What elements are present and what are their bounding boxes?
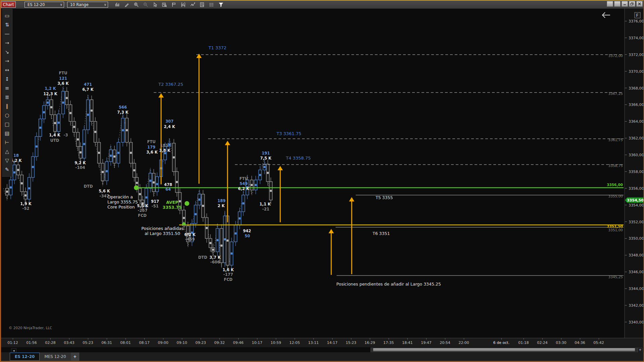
buy-arrow-6[interactable] bbox=[329, 229, 334, 275]
time-axis[interactable]: 01:1201:5602:2803:4305:2306:3108:0108:17… bbox=[0, 338, 644, 347]
chart-annotation: 3,6 K bbox=[57, 81, 69, 86]
time-label: 16:29 bbox=[364, 341, 375, 345]
time-tick bbox=[69, 338, 69, 340]
time-label: 10:59 bbox=[270, 341, 281, 345]
chart-annotation: T1 3372 bbox=[208, 45, 226, 50]
tool-rectangle-icon[interactable]: □ bbox=[3, 120, 11, 129]
time-label: 01:56 bbox=[26, 341, 37, 345]
tool-triangle-down-icon[interactable]: ▽ bbox=[3, 156, 11, 165]
chart-annotation: 12,3 K bbox=[43, 92, 57, 96]
time-tick bbox=[580, 338, 580, 340]
tool-trend-channel-icon[interactable]: ∥ bbox=[3, 102, 11, 111]
chart-style-icon[interactable] bbox=[113, 1, 121, 8]
buy-arrow-1[interactable] bbox=[196, 54, 202, 184]
price-tick: 3348,00 bbox=[629, 253, 644, 257]
time-tick bbox=[464, 338, 464, 340]
price-tick: 3346,00 bbox=[629, 270, 644, 274]
filter-icon[interactable] bbox=[217, 1, 225, 8]
chart-annotation: -104 bbox=[76, 165, 85, 170]
time-label: 10:17 bbox=[252, 341, 262, 345]
time-label: 14:17 bbox=[327, 341, 338, 345]
tab-es-12-20[interactable]: ES 12-20 bbox=[10, 353, 40, 361]
window-shade-button[interactable] bbox=[607, 1, 613, 7]
cursor-icon[interactable] bbox=[151, 1, 159, 8]
window-frame bbox=[0, 0, 644, 1]
chart-annotation: 1,1 K bbox=[259, 202, 271, 206]
tool-ellipse-icon[interactable]: ○ bbox=[3, 111, 11, 120]
price-tick: 3370,00 bbox=[629, 69, 644, 74]
tool-vertical-line-icon[interactable]: ↕ bbox=[3, 75, 11, 84]
horizontal-scrollbar[interactable] bbox=[370, 348, 638, 353]
chart-annotation: 7,3 K bbox=[117, 110, 129, 115]
price-tick: 3352,00 bbox=[629, 220, 644, 224]
time-label: 19:47 bbox=[421, 341, 432, 345]
dock-button[interactable] bbox=[614, 1, 621, 7]
axis-zoom-button[interactable]: + bbox=[638, 348, 643, 353]
price-tick: 3364,00 bbox=[629, 119, 644, 124]
zoom-in-icon[interactable] bbox=[132, 1, 140, 8]
chart-trader-icon[interactable] bbox=[179, 1, 187, 8]
tab-mes-12-20[interactable]: MES 12-20 bbox=[40, 353, 71, 361]
price-tick: 3350,00 bbox=[629, 236, 644, 241]
chart-annotation: Core Position bbox=[107, 204, 135, 209]
strategies-icon[interactable] bbox=[198, 1, 206, 8]
tool-triangle-up-icon[interactable]: △ bbox=[3, 147, 11, 156]
window-frame bbox=[0, 0, 1, 362]
go-to-last-bar-icon[interactable] bbox=[602, 12, 610, 18]
market-analyzer-icon[interactable] bbox=[189, 1, 197, 8]
drawing-tools-icon[interactable] bbox=[123, 1, 131, 8]
price-tick: 3362,00 bbox=[629, 136, 644, 140]
minimize-button[interactable] bbox=[622, 1, 628, 7]
tool-price-marker-icon[interactable]: ⊢ bbox=[3, 138, 11, 147]
time-tick bbox=[276, 338, 276, 340]
buy-arrow-4[interactable] bbox=[278, 166, 283, 222]
chart-window: 3376,003374,003372,003370,003368,003366,… bbox=[0, 0, 644, 362]
chart-annotation: DTD bbox=[84, 184, 93, 189]
price-tick: 3354,00 bbox=[629, 203, 644, 207]
tool-horizontal-line-icon[interactable]: ↔ bbox=[3, 66, 11, 75]
data-box-icon[interactable] bbox=[160, 1, 168, 8]
time-tick bbox=[126, 338, 126, 340]
restore-button[interactable] bbox=[629, 1, 635, 7]
price-tick: 3356,00 bbox=[629, 186, 644, 191]
time-tick bbox=[295, 338, 295, 340]
buy-arrow-5[interactable] bbox=[349, 197, 354, 274]
chart-annotation: -51 bbox=[152, 204, 159, 208]
time-label: 09:32 bbox=[214, 341, 225, 345]
period-dropdown[interactable]: 10 Range ∨ bbox=[67, 2, 108, 8]
window-menu-button[interactable]: Chart bbox=[1, 1, 16, 8]
tool-risk-reward-icon[interactable]: ⇅ bbox=[3, 20, 11, 29]
alerts-icon[interactable] bbox=[170, 1, 178, 8]
close-icon[interactable] bbox=[636, 1, 643, 7]
time-tick bbox=[313, 338, 314, 340]
chart-annotation: 478 bbox=[164, 182, 172, 187]
chart-canvas[interactable]: 3376,003374,003372,003370,003368,003366,… bbox=[0, 0, 644, 362]
buy-arrow-2[interactable] bbox=[158, 93, 164, 184]
tool-extended-line-icon[interactable]: → bbox=[3, 39, 11, 48]
tool-line-segment-icon[interactable]: — bbox=[3, 29, 11, 39]
chart-annotation: 942 bbox=[243, 229, 251, 233]
tool-ruler-icon[interactable]: ▭ bbox=[3, 11, 11, 20]
copyright-text: © 2020 NinjaTrader, LLC bbox=[9, 326, 52, 330]
tool-text-icon[interactable]: ▤ bbox=[3, 129, 11, 138]
time-label: 05:23 bbox=[83, 341, 93, 345]
time-label: 17:35 bbox=[383, 341, 394, 345]
tool-fibonacci-retracement-icon[interactable]: ≡ bbox=[3, 84, 11, 93]
chart-annotation: 471 bbox=[84, 82, 92, 87]
time-tick bbox=[332, 338, 333, 340]
time-label: 08:17 bbox=[139, 341, 150, 345]
tool-fibonacci-extension-icon[interactable]: ≣ bbox=[3, 93, 11, 102]
chart-annotation: -257 bbox=[138, 208, 148, 213]
add-tab-button[interactable]: + bbox=[71, 353, 79, 361]
time-label: 02:28 bbox=[45, 341, 56, 345]
chart-annotation: 307 bbox=[165, 119, 174, 124]
instrument-dropdown[interactable]: ES 12-20 ∨ bbox=[24, 2, 64, 8]
tool-pencil-icon[interactable]: ✎ bbox=[3, 165, 11, 174]
zoom-out-icon[interactable] bbox=[142, 1, 150, 8]
tool-arrow-line-icon[interactable]: ↘ bbox=[3, 48, 11, 57]
tool-ray-icon[interactable]: → bbox=[3, 57, 11, 66]
properties-icon[interactable] bbox=[207, 1, 215, 8]
buy-arrow-3[interactable] bbox=[225, 141, 230, 222]
time-tick bbox=[599, 338, 599, 340]
scrollbar-thumb[interactable] bbox=[373, 348, 635, 351]
